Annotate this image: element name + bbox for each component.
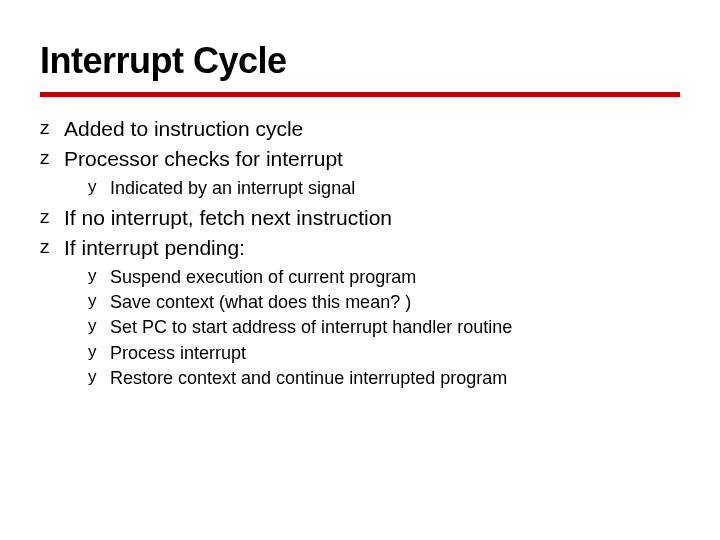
sub-bullet-item: Process interrupt	[88, 341, 680, 365]
sub-bullet-list: Suspend execution of current program Sav…	[88, 265, 680, 390]
slide: Interrupt Cycle Added to instruction cyc…	[0, 0, 720, 540]
bullet-text: If no interrupt, fetch next instruction	[64, 206, 392, 229]
slide-body: Added to instruction cycle Processor che…	[40, 115, 680, 390]
bullet-item: If no interrupt, fetch next instruction	[40, 204, 680, 232]
sub-bullet-item: Set PC to start address of interrupt han…	[88, 315, 680, 339]
bullet-text: Indicated by an interrupt signal	[110, 178, 355, 198]
bullet-text: Suspend execution of current program	[110, 267, 416, 287]
bullet-text: Restore context and continue interrupted…	[110, 368, 507, 388]
bullet-text: Save context (what does this mean? )	[110, 292, 411, 312]
bullet-item: Processor checks for interrupt Indicated…	[40, 145, 680, 200]
bullet-text: Process interrupt	[110, 343, 246, 363]
title-rule	[40, 92, 680, 97]
bullet-item: If interrupt pending: Suspend execution …	[40, 234, 680, 390]
bullet-item: Added to instruction cycle	[40, 115, 680, 143]
sub-bullet-item: Restore context and continue interrupted…	[88, 366, 680, 390]
bullet-list: Added to instruction cycle Processor che…	[40, 115, 680, 390]
sub-bullet-list: Indicated by an interrupt signal	[88, 176, 680, 200]
bullet-text: Added to instruction cycle	[64, 117, 303, 140]
sub-bullet-item: Save context (what does this mean? )	[88, 290, 680, 314]
bullet-text: If interrupt pending:	[64, 236, 245, 259]
bullet-text: Set PC to start address of interrupt han…	[110, 317, 512, 337]
bullet-text: Processor checks for interrupt	[64, 147, 343, 170]
sub-bullet-item: Indicated by an interrupt signal	[88, 176, 680, 200]
sub-bullet-item: Suspend execution of current program	[88, 265, 680, 289]
slide-title: Interrupt Cycle	[40, 40, 680, 82]
